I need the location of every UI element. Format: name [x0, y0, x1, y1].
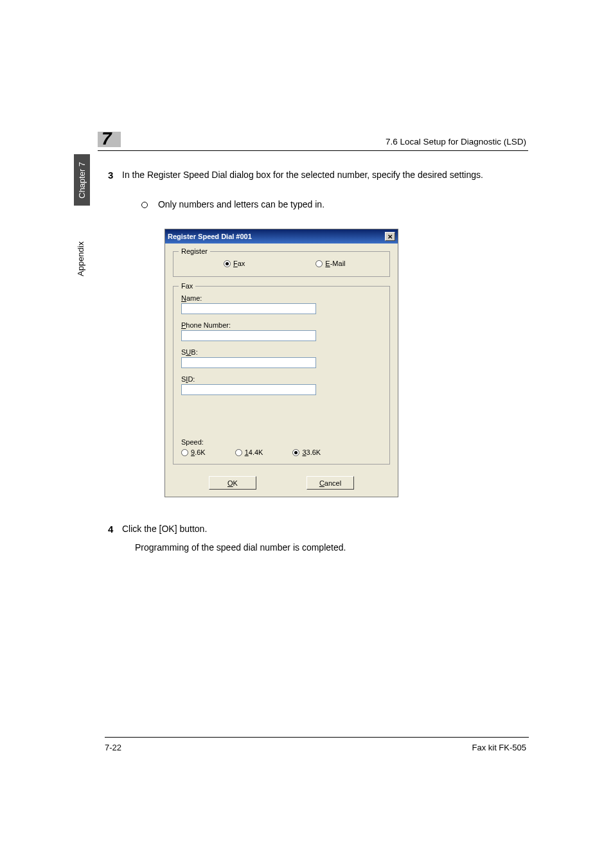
step-3-bullet-text: Only numbers and letters can be typed in… — [158, 199, 324, 209]
step-4-number: 4 — [108, 522, 113, 536]
phone-field[interactable] — [181, 330, 316, 341]
bullet-icon — [141, 202, 148, 208]
footer-rule — [105, 737, 529, 738]
radio-96k-label: 9.6K — [191, 448, 206, 456]
fax-group-label: Fax — [179, 282, 195, 290]
radio-speed-336k[interactable]: 33.6K — [292, 448, 321, 456]
chapter-number: 7 — [102, 128, 112, 149]
radio-speed-96k[interactable]: 9.6K — [181, 448, 206, 456]
radio-email[interactable]: E-Mail — [315, 260, 345, 267]
radio-dot-icon — [292, 449, 299, 456]
step-3: 3 In the Register Speed Dial dialog box … — [122, 168, 527, 181]
sid-field[interactable] — [181, 384, 316, 395]
cancel-button[interactable]: Cancel — [306, 476, 354, 490]
step-3-number: 3 — [108, 168, 113, 182]
step-3-bullet: Only numbers and letters can be typed in… — [141, 199, 324, 209]
radio-fax-label: Fax — [233, 260, 245, 267]
dialog-titlebar: Register Speed Dial #001 ✕ — [165, 229, 398, 244]
radio-fax[interactable]: Fax — [224, 260, 245, 267]
footer-page-number: 7-22 — [105, 743, 121, 752]
side-label-appendix: Appendix — [76, 225, 85, 276]
name-label: Name: — [181, 294, 202, 302]
step-4: 4 Click the [OK] button. — [122, 522, 527, 535]
radio-dot-icon — [315, 260, 323, 267]
radio-336k-label: 33.6K — [302, 448, 321, 456]
close-icon[interactable]: ✕ — [385, 232, 395, 241]
section-title: 7.6 Local Setup for Diagnostic (LSD) — [386, 137, 526, 146]
register-speed-dial-dialog: Register Speed Dial #001 ✕ Register Fax … — [164, 229, 398, 497]
speed-label: Speed: — [181, 438, 204, 446]
dialog-title-text: Register Speed Dial #001 — [168, 233, 385, 240]
radio-dot-icon — [181, 449, 188, 456]
sub-label: SUB: — [181, 348, 198, 356]
page: Chapter 7 Appendix 7 7.6 Local Setup for… — [0, 0, 613, 868]
name-field[interactable] — [181, 303, 316, 314]
footer-product: Fax kit FK-505 — [472, 743, 526, 752]
sub-field[interactable] — [181, 357, 316, 368]
step-3-text: In the Register Speed Dial dialog box fo… — [122, 170, 483, 180]
radio-144k-label: 14.4K — [245, 448, 263, 456]
ok-button[interactable]: OK — [209, 476, 256, 490]
radio-dot-icon — [224, 260, 231, 267]
sid-label: SID: — [181, 375, 195, 383]
fax-group: Fax Name: Phone Number: SUB: SID: Speed:… — [173, 286, 390, 465]
radio-email-label: E-Mail — [325, 260, 345, 267]
radio-speed-144k[interactable]: 14.4K — [235, 448, 263, 456]
side-tab-chapter: Chapter 7 — [74, 154, 90, 206]
radio-dot-icon — [235, 449, 242, 456]
step-4-text: Click the [OK] button. — [122, 524, 207, 534]
register-group-label: Register — [179, 247, 210, 255]
speed-radio-row: 9.6K 14.4K 33.6K — [181, 448, 321, 456]
register-radio-row: Fax E-Mail — [173, 260, 389, 267]
phone-label: Phone Number: — [181, 321, 231, 329]
dialog-button-row: OK Cancel — [165, 476, 398, 490]
register-group: Register Fax E-Mail — [173, 251, 390, 277]
header-rule — [98, 150, 528, 151]
step-4-text2: Programming of the speed dial number is … — [135, 542, 346, 553]
